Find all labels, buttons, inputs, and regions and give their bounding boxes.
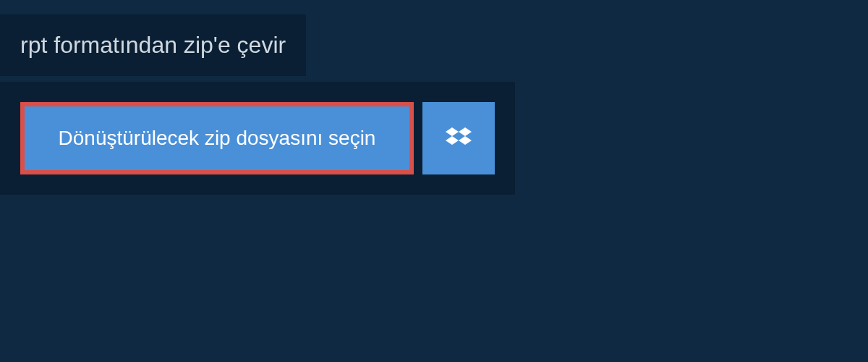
- page-title: rpt formatından zip'e çevir: [20, 32, 286, 58]
- select-file-button-label: Dönüştürülecek zip dosyasını seçin: [59, 127, 376, 150]
- upload-panel: Dönüştürülecek zip dosyasını seçin: [0, 82, 515, 195]
- dropbox-button[interactable]: [422, 102, 495, 174]
- dropbox-icon: [446, 125, 472, 151]
- select-file-button[interactable]: Dönüştürülecek zip dosyasını seçin: [20, 102, 414, 174]
- page-title-tab: rpt formatından zip'e çevir: [0, 14, 306, 76]
